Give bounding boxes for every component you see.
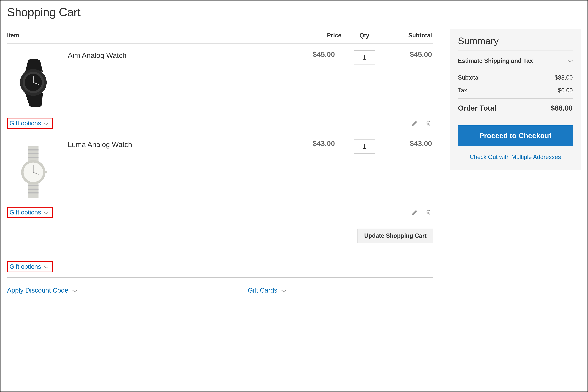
gift-options-link[interactable]: Gift options — [7, 207, 53, 218]
pencil-icon — [412, 120, 418, 126]
estimate-shipping-toggle[interactable]: Estimate Shipping and Tax — [458, 51, 573, 71]
chevron-down-icon — [568, 58, 573, 64]
gift-cards-label: Gift Cards — [248, 287, 277, 294]
summary-title: Summary — [458, 35, 573, 51]
trash-icon — [425, 120, 432, 126]
cart-item-row: Aim Analog Watch $45.00 $45.00 — [7, 44, 433, 116]
estimate-shipping-label: Estimate Shipping and Tax — [458, 58, 533, 64]
qty-input[interactable] — [354, 140, 375, 154]
col-header-subtotal: Subtotal — [387, 29, 433, 44]
gift-options-link[interactable]: Gift options — [7, 118, 53, 129]
item-subtotal: $45.00 — [387, 44, 433, 116]
cart-table: Item Price Qty Subtotal — [7, 29, 433, 222]
col-header-qty: Qty — [341, 29, 387, 44]
product-name[interactable]: Luma Analog Watch — [68, 140, 132, 149]
summary-total-row: Order Total $88.00 — [458, 99, 573, 116]
order-gift-options-link[interactable]: Gift options — [7, 261, 53, 272]
summary-total-label: Order Total — [458, 104, 496, 112]
qty-input[interactable] — [354, 50, 375, 64]
cart-item-row: Luma Analog Watch $43.00 $43.00 — [7, 133, 433, 205]
apply-discount-link[interactable]: Apply Discount Code — [7, 287, 77, 294]
summary-tax-row: Tax $0.00 — [458, 84, 573, 97]
page-title: Shopping Cart — [7, 6, 581, 19]
chevron-down-icon — [281, 287, 286, 294]
product-image[interactable] — [7, 50, 59, 116]
gift-options-label: Gift options — [9, 120, 41, 127]
item-price: $43.00 — [295, 133, 341, 205]
item-subtotal: $43.00 — [387, 133, 433, 205]
pencil-icon — [412, 209, 418, 216]
gift-options-label: Gift options — [9, 209, 41, 216]
proceed-to-checkout-button[interactable]: Proceed to Checkout — [458, 125, 573, 146]
summary-tax-value: $0.00 — [558, 87, 573, 94]
edit-item-button[interactable] — [411, 120, 418, 127]
product-name[interactable]: Aim Analog Watch — [68, 50, 126, 60]
summary-panel: Summary Estimate Shipping and Tax Subtot… — [450, 29, 581, 170]
summary-subtotal-row: Subtotal $88.00 — [458, 71, 573, 84]
gift-cards-link[interactable]: Gift Cards — [248, 287, 286, 294]
col-header-price: Price — [295, 29, 341, 44]
summary-subtotal-value: $88.00 — [555, 74, 573, 81]
chevron-down-icon — [72, 287, 77, 294]
multiple-addresses-link[interactable]: Check Out with Multiple Addresses — [458, 154, 573, 160]
item-price: $45.00 — [295, 44, 341, 116]
remove-item-button[interactable] — [425, 209, 432, 216]
cart-column: Item Price Qty Subtotal — [7, 29, 433, 294]
order-gift-options-label: Gift options — [9, 263, 41, 270]
summary-subtotal-label: Subtotal — [458, 74, 480, 81]
apply-discount-label: Apply Discount Code — [7, 287, 68, 294]
trash-icon — [425, 209, 432, 216]
summary-total-value: $88.00 — [551, 104, 573, 112]
edit-item-button[interactable] — [411, 209, 418, 216]
remove-item-button[interactable] — [425, 120, 432, 127]
chevron-down-icon — [44, 120, 48, 127]
chevron-down-icon — [44, 263, 48, 270]
chevron-down-icon — [44, 209, 48, 216]
col-header-item: Item — [7, 29, 295, 44]
update-cart-button[interactable]: Update Shopping Cart — [358, 228, 433, 243]
summary-tax-label: Tax — [458, 87, 467, 94]
product-image[interactable] — [7, 140, 59, 205]
